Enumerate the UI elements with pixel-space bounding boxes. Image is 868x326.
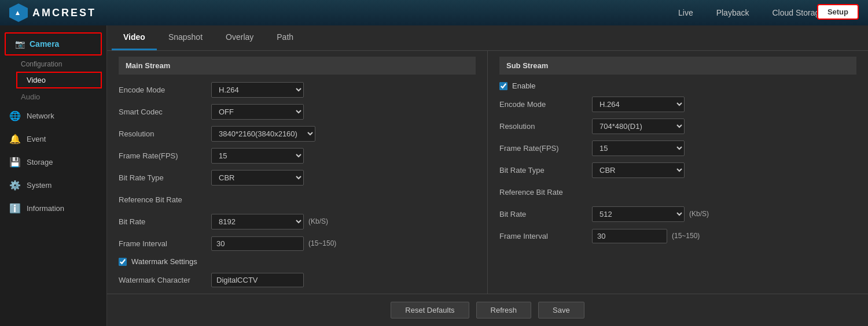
- sub-stream-panel: Sub Stream Enable Encode Mode H.264 H.26…: [488, 51, 868, 294]
- sidebar-item-video[interactable]: Video: [16, 72, 102, 88]
- bit-rate-select[interactable]: 8192 4096 2048 1024 512: [211, 214, 304, 229]
- video-label: Video: [27, 76, 46, 84]
- tab-snapshot[interactable]: Snapshot: [157, 25, 214, 50]
- information-label: Information: [27, 204, 64, 213]
- smart-codec-select[interactable]: OFF ON: [211, 104, 304, 120]
- storage-icon: 💾: [9, 156, 21, 168]
- resolution-row: Resolution 3840*2160(3840x2160) 2560*144…: [119, 125, 476, 142]
- reference-bit-rate-label: Reference Bit Rate: [119, 195, 211, 204]
- logo: ▲ AMCREST: [9, 3, 96, 22]
- sidebar-item-storage[interactable]: 💾 Storage: [0, 150, 106, 173]
- reset-defaults-button[interactable]: Reset Defaults: [391, 302, 469, 318]
- camera-label: Camera: [30, 39, 59, 49]
- watermark-checkbox[interactable]: [119, 258, 127, 266]
- sub-resolution-select[interactable]: 704*480(D1) 352*240(CIF): [592, 118, 685, 134]
- sidebar-item-camera[interactable]: 📷 Camera: [5, 32, 102, 55]
- setup-button[interactable]: Setup: [817, 4, 859, 20]
- top-nav: ▲ AMCREST Live Playback Cloud Storage Se…: [0, 0, 868, 25]
- bit-rate-unit: (Kb/S): [308, 217, 328, 225]
- sub-frame-interval-range: (15~150): [672, 232, 700, 240]
- event-icon: 🔔: [9, 133, 21, 145]
- logo-icon: ▲: [9, 3, 28, 22]
- network-icon: 🌐: [9, 110, 21, 121]
- content-area: Video Snapshot Overlay Path Main Stream …: [107, 25, 868, 326]
- information-icon: ℹ️: [9, 202, 21, 214]
- sub-frame-interval-input[interactable]: [592, 229, 667, 243]
- sub-encode-mode-label: Encode Mode: [499, 100, 592, 109]
- sub-frame-interval-row: Frame Interval (15~150): [499, 228, 856, 244]
- reference-bit-rate-row: Reference Bit Rate: [119, 191, 476, 208]
- bit-rate-type-row: Bit Rate Type CBR VBR: [119, 169, 476, 186]
- sub-bit-rate-type-label: Bit Rate Type: [499, 166, 592, 175]
- main-layout: 📷 Camera Configuration Video Audio 🌐 Net…: [0, 25, 868, 326]
- main-stream-header: Main Stream: [119, 57, 476, 75]
- smart-codec-row: Smart Codec OFF ON: [119, 103, 476, 120]
- sidebar-item-system[interactable]: ⚙️ System: [0, 173, 106, 197]
- tab-path[interactable]: Path: [265, 25, 305, 50]
- sub-frame-rate-select[interactable]: 15 10 5: [592, 140, 685, 156]
- sub-enable-checkbox[interactable]: [499, 82, 507, 90]
- system-icon: ⚙️: [9, 179, 21, 191]
- sub-resolution-row: Resolution 704*480(D1) 352*240(CIF): [499, 118, 856, 134]
- sub-stream-header: Sub Stream: [499, 57, 856, 75]
- sidebar: 📷 Camera Configuration Video Audio 🌐 Net…: [0, 25, 107, 326]
- tab-video[interactable]: Video: [112, 25, 157, 50]
- frame-interval-input[interactable]: [211, 236, 304, 251]
- encode-mode-row: Encode Mode H.264 H.265 MJPEG: [119, 82, 476, 98]
- network-label: Network: [27, 112, 54, 120]
- tabs: Video Snapshot Overlay Path: [107, 25, 868, 51]
- bit-rate-type-select[interactable]: CBR VBR: [211, 170, 304, 186]
- sub-reference-bit-rate-row: Reference Bit Rate: [499, 184, 856, 200]
- audio-label: Audio: [21, 92, 40, 101]
- event-label: Event: [27, 135, 46, 143]
- watermark-char-row: Watermark Character: [119, 272, 476, 288]
- frame-interval-row: Frame Interval (15~150): [119, 235, 476, 251]
- sub-bit-rate-type-row: Bit Rate Type CBR VBR: [499, 162, 856, 178]
- camera-icon: 📷: [15, 39, 25, 49]
- frame-rate-label: Frame Rate(FPS): [119, 151, 211, 160]
- sub-bit-rate-label: Bit Rate: [499, 210, 592, 218]
- nav-cloud-storage[interactable]: Cloud Storage: [772, 8, 824, 17]
- frame-rate-select[interactable]: 15 20 25 30: [211, 148, 304, 164]
- sidebar-item-network[interactable]: 🌐 Network: [0, 104, 106, 127]
- bit-rate-type-label: Bit Rate Type: [119, 173, 211, 182]
- nav-playback[interactable]: Playback: [716, 8, 749, 17]
- sub-bit-rate-row: Bit Rate 512 256 128 (Kb/S): [499, 206, 856, 222]
- sub-frame-rate-label: Frame Rate(FPS): [499, 144, 592, 153]
- encode-mode-label: Encode Mode: [119, 86, 211, 94]
- bit-rate-row: Bit Rate 8192 4096 2048 1024 512 (Kb/S): [119, 213, 476, 229]
- sidebar-item-audio[interactable]: Audio: [12, 90, 106, 104]
- sub-enable-row: Enable: [499, 82, 856, 90]
- resolution-label: Resolution: [119, 129, 211, 138]
- watermark-row: Watermark Settings: [119, 257, 476, 266]
- main-stream-panel: Main Stream Encode Mode H.264 H.265 MJPE…: [107, 51, 487, 294]
- sub-encode-mode-select[interactable]: H.264 H.265: [592, 97, 685, 112]
- nav-live[interactable]: Live: [678, 8, 693, 17]
- resolution-select[interactable]: 3840*2160(3840x2160) 2560*1440 1920*1080: [211, 126, 315, 142]
- sub-enable-label: Enable: [512, 82, 535, 90]
- watermark-label: Watermark Settings: [131, 257, 197, 266]
- camera-submenu: Configuration Video Audio: [0, 58, 106, 104]
- smart-codec-label: Smart Codec: [119, 108, 211, 116]
- stream-panels: Main Stream Encode Mode H.264 H.265 MJPE…: [107, 51, 868, 294]
- sub-bit-rate-type-select[interactable]: CBR VBR: [592, 162, 685, 178]
- encode-mode-select[interactable]: H.264 H.265 MJPEG: [211, 82, 304, 98]
- sub-frame-rate-row: Frame Rate(FPS) 15 10 5: [499, 140, 856, 156]
- watermark-char-label: Watermark Character: [119, 276, 211, 284]
- sub-bit-rate-select[interactable]: 512 256 128: [592, 206, 685, 222]
- sub-resolution-label: Resolution: [499, 122, 592, 131]
- sub-bit-rate-unit: (Kb/S): [689, 210, 709, 218]
- tab-overlay[interactable]: Overlay: [214, 25, 265, 50]
- refresh-button[interactable]: Refresh: [476, 302, 532, 318]
- save-button[interactable]: Save: [538, 302, 584, 318]
- brand-name: AMCREST: [32, 7, 96, 19]
- watermark-char-input[interactable]: [211, 273, 304, 287]
- sidebar-item-event[interactable]: 🔔 Event: [0, 127, 106, 150]
- frame-rate-row: Frame Rate(FPS) 15 20 25 30: [119, 147, 476, 164]
- bit-rate-label: Bit Rate: [119, 217, 211, 226]
- bottom-bar: Reset Defaults Refresh Save: [107, 294, 868, 325]
- configuration-label: Configuration: [12, 58, 106, 71]
- sidebar-item-information[interactable]: ℹ️ Information: [0, 197, 106, 220]
- frame-interval-label: Frame Interval: [119, 239, 211, 248]
- system-label: System: [27, 181, 52, 190]
